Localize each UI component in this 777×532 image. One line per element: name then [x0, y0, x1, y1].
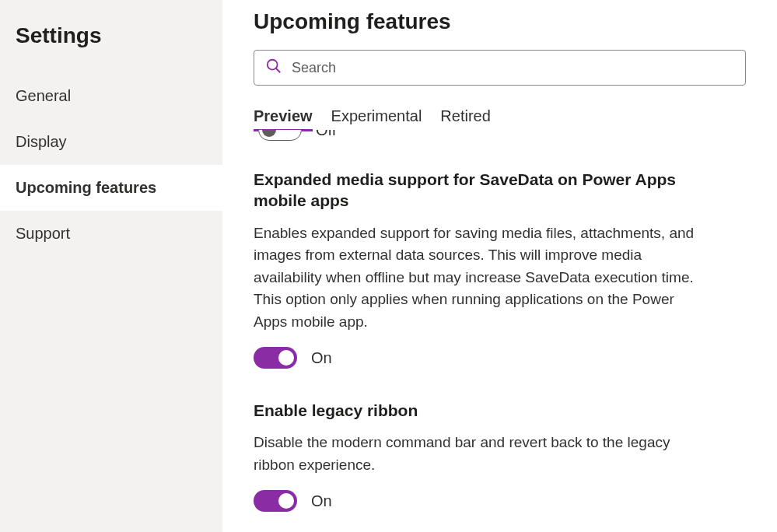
search-input[interactable] [292, 60, 734, 76]
feature-description: Disable the modern command bar and rever… [254, 432, 705, 476]
toggle-knob [278, 350, 294, 366]
sidebar-item-general[interactable]: General [0, 73, 222, 119]
feature-toggle-row: On [254, 347, 746, 369]
feature-title: Enable legacy ribbon [254, 400, 689, 421]
toggle-state-label: On [311, 349, 332, 367]
tabs: Preview Experimental Retired [254, 103, 746, 131]
partial-feature-toggle-row: Off [254, 130, 746, 141]
tab-preview[interactable]: Preview [254, 103, 313, 131]
feature-item: Enable legacy ribbon Disable the modern … [254, 400, 746, 512]
main-panel: Upcoming features Preview Experimental R… [222, 0, 777, 532]
sidebar-item-upcoming-features[interactable]: Upcoming features [0, 165, 222, 211]
search-icon [265, 58, 282, 78]
feature-toggle[interactable] [254, 347, 297, 369]
page-title: Upcoming features [254, 9, 746, 34]
toggle-state-label: On [311, 492, 332, 510]
sidebar-item-support[interactable]: Support [0, 211, 222, 257]
feature-description: Enables expanded support for saving medi… [254, 222, 705, 334]
toggle-knob [278, 493, 294, 509]
settings-sidebar: Settings General Display Upcoming featur… [0, 0, 222, 532]
features-scroll-area[interactable]: Off Expanded media support for SaveData … [254, 130, 746, 532]
tab-retired[interactable]: Retired [440, 103, 490, 131]
feature-item: Expanded media support for SaveData on P… [254, 169, 746, 369]
toggle-knob [262, 130, 276, 137]
feature-toggle-row: On [254, 490, 746, 512]
toggle-state-label: Off [316, 130, 336, 139]
svg-point-0 [268, 60, 278, 70]
search-box[interactable] [254, 50, 746, 86]
svg-line-1 [276, 68, 281, 73]
sidebar-item-display[interactable]: Display [0, 119, 222, 165]
sidebar-title: Settings [0, 23, 222, 73]
tab-experimental[interactable]: Experimental [331, 103, 422, 131]
feature-toggle[interactable] [254, 490, 297, 512]
feature-toggle[interactable] [258, 130, 302, 141]
feature-title: Expanded media support for SaveData on P… [254, 169, 689, 212]
